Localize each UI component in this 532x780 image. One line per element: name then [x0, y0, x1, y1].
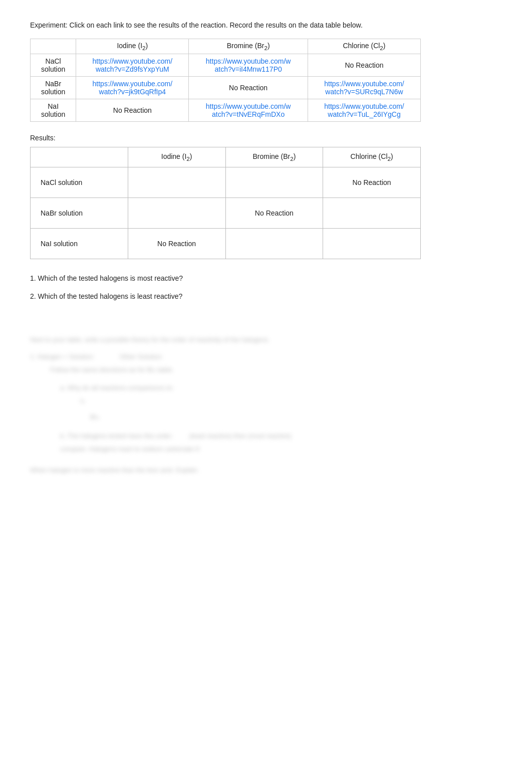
results-row-label-1: NaBr solution	[31, 198, 128, 228]
results-cell-2-0: No Reaction	[128, 228, 225, 259]
results-cell-0-2: No Reaction	[323, 167, 421, 198]
res-col-header-0	[31, 147, 128, 167]
experiment-table: Iodine (I2)Bromine (Br2)Chlorine (Cl2)Na…	[30, 39, 421, 122]
results-row-1: NaBr solutionNo Reaction	[31, 198, 421, 228]
exp-cell-0-1[interactable]: https://www.youtube.com/watch?v=iI4Mnw11…	[189, 54, 308, 76]
exp-row-label-1: NaBrsolution	[31, 76, 76, 99]
exp-cell-2-0: No Reaction	[76, 99, 189, 121]
exp-cell-0-2: No Reaction	[308, 54, 420, 76]
res-col-header-1: Iodine (I2)	[128, 147, 225, 167]
results-label: Results:	[30, 134, 502, 142]
exp-cell-1-0[interactable]: https://www.youtube.com/watch?v=jk9tGqRf…	[76, 76, 189, 99]
exp-cell-2-1[interactable]: https://www.youtube.com/watch?v=tNvERqFm…	[189, 99, 308, 121]
results-cell-2-1	[225, 228, 323, 259]
results-cell-0-0	[128, 167, 225, 198]
exp-row-label-2: NaIsolution	[31, 99, 76, 121]
results-cell-0-1	[225, 167, 323, 198]
exp-row-0: NaClsolutionhttps://www.youtube.com/watc…	[31, 54, 421, 76]
intro-text: Experiment: Click on each link to see th…	[30, 20, 441, 31]
exp-cell-1-1: No Reaction	[189, 76, 308, 99]
results-cell-1-2	[323, 198, 421, 228]
results-cell-1-0	[128, 198, 225, 228]
results-cell-2-2	[323, 228, 421, 259]
question-1: 1. Which of the tested halogens is most …	[30, 271, 502, 285]
results-table: Iodine (I2)Bromine (Br2)Chlorine (Cl2)Na…	[30, 147, 421, 259]
blurred-section: Next to your table, write a possible the…	[30, 333, 502, 477]
question-2: 2. Which of the tested halogens is least…	[30, 289, 502, 303]
results-cell-1-1: No Reaction	[225, 198, 323, 228]
exp-cell-0-0[interactable]: https://www.youtube.com/watch?v=Zd9fsYxp…	[76, 54, 189, 76]
results-row-label-2: NaI solution	[31, 228, 128, 259]
exp-col-header-0	[31, 39, 76, 54]
exp-cell-1-2[interactable]: https://www.youtube.com/watch?v=SURc9qL7…	[308, 76, 420, 99]
exp-col-header-2: Bromine (Br2)	[189, 39, 308, 54]
res-col-header-3: Chlorine (Cl2)	[323, 147, 421, 167]
results-row-label-0: NaCl solution	[31, 167, 128, 198]
res-col-header-2: Bromine (Br2)	[225, 147, 323, 167]
exp-row-2: NaIsolutionNo Reactionhttps://www.youtub…	[31, 99, 421, 121]
exp-row-1: NaBrsolutionhttps://www.youtube.com/watc…	[31, 76, 421, 99]
questions-section: 1. Which of the tested halogens is most …	[30, 271, 502, 303]
exp-cell-2-2[interactable]: https://www.youtube.com/watch?v=TuL_26IY…	[308, 99, 420, 121]
exp-col-header-3: Chlorine (Cl2)	[308, 39, 420, 54]
exp-row-label-0: NaClsolution	[31, 54, 76, 76]
results-row-0: NaCl solutionNo Reaction	[31, 167, 421, 198]
results-row-2: NaI solutionNo Reaction	[31, 228, 421, 259]
exp-col-header-1: Iodine (I2)	[76, 39, 189, 54]
